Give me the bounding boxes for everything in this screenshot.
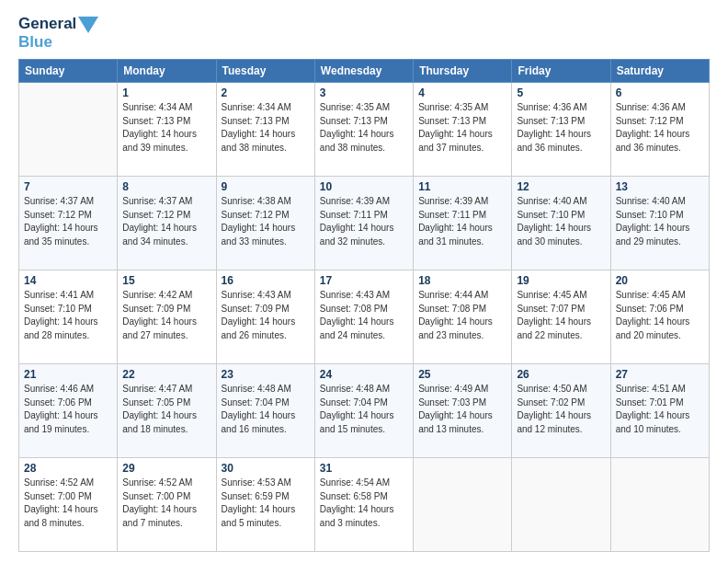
col-header-wednesday: Wednesday [314,60,413,83]
day-number: 26 [517,368,605,381]
week-row-1: 1Sunrise: 4:34 AMSunset: 7:13 PMDaylight… [19,83,710,177]
week-row-2: 7Sunrise: 4:37 AMSunset: 7:12 PMDaylight… [19,177,710,270]
day-cell: 27Sunrise: 4:51 AMSunset: 7:01 PMDayligh… [610,364,709,458]
day-info: Sunrise: 4:47 AMSunset: 7:05 PMDaylight:… [122,383,210,436]
day-number: 22 [122,368,210,381]
col-header-friday: Friday [512,60,610,83]
day-cell: 20Sunrise: 4:45 AMSunset: 7:06 PMDayligh… [610,270,709,364]
day-cell: 14Sunrise: 4:41 AMSunset: 7:10 PMDayligh… [19,270,118,364]
day-cell: 18Sunrise: 4:44 AMSunset: 7:08 PMDayligh… [414,270,512,364]
day-number: 31 [320,462,408,475]
day-info: Sunrise: 4:39 AMSunset: 7:11 PMDaylight:… [418,195,506,248]
day-info: Sunrise: 4:34 AMSunset: 7:13 PMDaylight:… [222,101,310,155]
day-number: 18 [418,274,506,287]
day-info: Sunrise: 4:37 AMSunset: 7:12 PMDaylight:… [24,195,112,248]
day-info: Sunrise: 4:48 AMSunset: 7:04 PMDaylight:… [320,383,408,436]
day-cell: 16Sunrise: 4:43 AMSunset: 7:09 PMDayligh… [216,270,314,364]
day-number: 8 [122,180,210,193]
day-info: Sunrise: 4:39 AMSunset: 7:11 PMDaylight:… [320,195,408,248]
day-info: Sunrise: 4:53 AMSunset: 6:59 PMDaylight:… [222,477,310,530]
day-number: 14 [24,274,112,287]
day-number: 1 [122,86,210,99]
logo: General Blue [18,15,98,52]
day-number: 13 [616,180,704,193]
day-cell: 13Sunrise: 4:40 AMSunset: 7:10 PMDayligh… [610,177,709,270]
day-info: Sunrise: 4:43 AMSunset: 7:09 PMDaylight:… [222,289,310,342]
day-number: 15 [122,274,210,287]
day-cell: 17Sunrise: 4:43 AMSunset: 7:08 PMDayligh… [314,270,413,364]
day-cell: 22Sunrise: 4:47 AMSunset: 7:05 PMDayligh… [118,364,216,458]
svg-marker-0 [78,17,98,33]
week-row-4: 21Sunrise: 4:46 AMSunset: 7:06 PMDayligh… [19,364,710,458]
day-cell: 25Sunrise: 4:49 AMSunset: 7:03 PMDayligh… [414,364,512,458]
day-number: 12 [517,180,605,193]
day-info: Sunrise: 4:52 AMSunset: 7:00 PMDaylight:… [24,477,112,530]
day-cell: 29Sunrise: 4:52 AMSunset: 7:00 PMDayligh… [118,458,216,552]
day-number: 4 [418,86,506,99]
day-cell: 24Sunrise: 4:48 AMSunset: 7:04 PMDayligh… [314,364,413,458]
day-cell: 30Sunrise: 4:53 AMSunset: 6:59 PMDayligh… [216,458,314,552]
day-number: 19 [517,274,605,287]
col-header-monday: Monday [118,60,216,83]
day-cell: 5Sunrise: 4:36 AMSunset: 7:13 PMDaylight… [512,83,610,177]
day-cell: 4Sunrise: 4:35 AMSunset: 7:13 PMDaylight… [414,83,512,177]
col-header-tuesday: Tuesday [216,60,314,83]
logo-general-text: General [18,15,76,33]
day-cell [610,458,709,552]
day-cell: 28Sunrise: 4:52 AMSunset: 7:00 PMDayligh… [19,458,118,552]
day-cell: 31Sunrise: 4:54 AMSunset: 6:58 PMDayligh… [314,458,413,552]
day-cell: 8Sunrise: 4:37 AMSunset: 7:12 PMDaylight… [118,177,216,270]
day-number: 16 [222,274,310,287]
day-info: Sunrise: 4:43 AMSunset: 7:08 PMDaylight:… [320,289,408,342]
day-number: 24 [320,368,408,381]
day-number: 27 [616,368,704,381]
day-info: Sunrise: 4:54 AMSunset: 6:58 PMDaylight:… [320,477,408,530]
day-cell [512,458,610,552]
day-cell: 7Sunrise: 4:37 AMSunset: 7:12 PMDaylight… [19,177,118,270]
day-info: Sunrise: 4:41 AMSunset: 7:10 PMDaylight:… [24,289,112,342]
day-cell: 10Sunrise: 4:39 AMSunset: 7:11 PMDayligh… [314,177,413,270]
day-number: 20 [616,274,704,287]
col-header-sunday: Sunday [19,60,118,83]
day-cell: 19Sunrise: 4:45 AMSunset: 7:07 PMDayligh… [512,270,610,364]
day-cell: 21Sunrise: 4:46 AMSunset: 7:06 PMDayligh… [19,364,118,458]
week-row-5: 28Sunrise: 4:52 AMSunset: 7:00 PMDayligh… [19,458,710,552]
day-cell: 6Sunrise: 4:36 AMSunset: 7:12 PMDaylight… [610,83,709,177]
day-cell [19,83,118,177]
col-header-saturday: Saturday [610,60,709,83]
day-info: Sunrise: 4:51 AMSunset: 7:01 PMDaylight:… [616,383,704,436]
day-info: Sunrise: 4:45 AMSunset: 7:07 PMDaylight:… [517,289,605,342]
day-number: 6 [616,86,704,99]
header-row: SundayMondayTuesdayWednesdayThursdayFrid… [19,60,710,83]
col-header-thursday: Thursday [414,60,512,83]
day-cell: 23Sunrise: 4:48 AMSunset: 7:04 PMDayligh… [216,364,314,458]
day-number: 29 [122,462,210,475]
day-number: 9 [222,180,310,193]
day-info: Sunrise: 4:45 AMSunset: 7:06 PMDaylight:… [616,289,704,342]
day-info: Sunrise: 4:46 AMSunset: 7:06 PMDaylight:… [24,383,112,436]
day-number: 5 [517,86,605,99]
day-number: 2 [222,86,310,99]
day-info: Sunrise: 4:52 AMSunset: 7:00 PMDaylight:… [122,477,210,530]
day-number: 11 [418,180,506,193]
day-info: Sunrise: 4:48 AMSunset: 7:04 PMDaylight:… [222,383,310,436]
day-cell [414,458,512,552]
day-cell: 3Sunrise: 4:35 AMSunset: 7:13 PMDaylight… [314,83,413,177]
day-number: 30 [222,462,310,475]
day-number: 28 [24,462,112,475]
day-info: Sunrise: 4:37 AMSunset: 7:12 PMDaylight:… [122,195,210,248]
day-info: Sunrise: 4:36 AMSunset: 7:12 PMDaylight:… [616,101,704,155]
day-cell: 12Sunrise: 4:40 AMSunset: 7:10 PMDayligh… [512,177,610,270]
day-cell: 1Sunrise: 4:34 AMSunset: 7:13 PMDaylight… [118,83,216,177]
day-cell: 15Sunrise: 4:42 AMSunset: 7:09 PMDayligh… [118,270,216,364]
day-cell: 26Sunrise: 4:50 AMSunset: 7:02 PMDayligh… [512,364,610,458]
week-row-3: 14Sunrise: 4:41 AMSunset: 7:10 PMDayligh… [19,270,710,364]
day-number: 3 [320,86,408,99]
day-info: Sunrise: 4:34 AMSunset: 7:13 PMDaylight:… [122,101,210,155]
header: General Blue [18,15,710,52]
day-number: 10 [320,180,408,193]
day-number: 25 [418,368,506,381]
day-info: Sunrise: 4:49 AMSunset: 7:03 PMDaylight:… [418,383,506,436]
day-number: 23 [222,368,310,381]
day-info: Sunrise: 4:35 AMSunset: 7:13 PMDaylight:… [418,101,506,155]
